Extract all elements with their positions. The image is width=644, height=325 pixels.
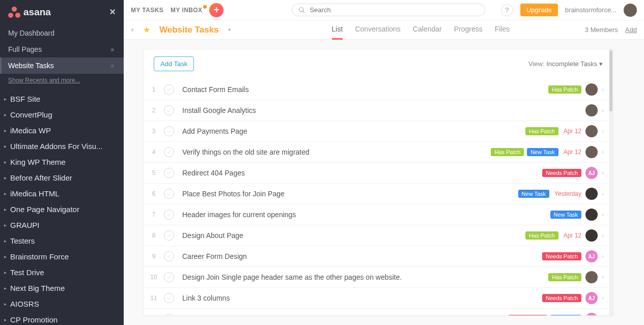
complete-checkbox[interactable]	[164, 147, 174, 157]
members-count[interactable]: 3 Members	[585, 26, 618, 34]
task-row[interactable]: 4Verify things on the old site are migra…	[144, 142, 613, 163]
tag-needs_patch[interactable]: Needs Patch	[542, 169, 581, 177]
task-row[interactable]: 6Place Best Photos for Join PageNew Task…	[144, 184, 613, 204]
sidebar-group-item[interactable]: ▸GRAUPI	[0, 217, 124, 233]
close-sidebar-icon[interactable]: ×	[109, 6, 116, 18]
complete-checkbox[interactable]	[164, 210, 174, 220]
sidebar-group-item[interactable]: ▸iMedica WP	[0, 123, 124, 138]
sidebar-recent-item[interactable]: Full Pages★	[0, 41, 124, 57]
tag-new_task[interactable]: New Task	[518, 190, 549, 198]
add-task-button[interactable]: Add Task	[154, 56, 194, 71]
tab-conversations[interactable]: Conversations	[355, 25, 401, 40]
tag-needs_patch[interactable]: Needs Patch	[508, 315, 547, 316]
chevron-right-icon[interactable]: ›	[602, 232, 604, 239]
task-row[interactable]: 3Add Payments PageHas PatchApr 12›	[144, 121, 613, 142]
scrollbar[interactable]	[609, 49, 613, 315]
complete-checkbox[interactable]	[164, 126, 174, 136]
help-button[interactable]: ?	[501, 4, 513, 16]
tab-files[interactable]: Files	[495, 25, 510, 40]
star-icon[interactable]: ★	[109, 62, 116, 70]
avatar[interactable]	[624, 4, 637, 17]
chevron-right-icon[interactable]: ›	[602, 86, 604, 93]
tag-needs_patch[interactable]: Needs Patch	[542, 294, 581, 302]
chevron-right-icon[interactable]: ›	[602, 107, 604, 114]
sidebar-group-item[interactable]: ▸Ultimate Addons For Visu...	[0, 138, 124, 154]
nav-my-tasks[interactable]: MY TASKS	[131, 7, 163, 14]
complete-checkbox[interactable]	[164, 105, 174, 115]
assignee-avatar[interactable]: AJ	[585, 167, 598, 179]
username-label[interactable]: brainstormforce...	[565, 6, 617, 14]
task-row[interactable]: 7Header images for current openingsNew T…	[144, 204, 613, 225]
tag-new_task[interactable]: New Task	[527, 148, 558, 156]
assignee-avatar[interactable]	[585, 271, 598, 283]
tag-has_patch[interactable]: Has Patch	[548, 85, 581, 94]
tag-has_patch[interactable]: Has Patch	[525, 127, 558, 135]
task-row[interactable]: 8Design About PageHas PatchApr 12›	[144, 225, 613, 246]
sidebar-group-item[interactable]: ▸BSF Site	[0, 91, 124, 107]
chevron-right-icon[interactable]: ›	[602, 149, 604, 156]
view-selector[interactable]: View: Incomplete Tasks ▾	[528, 60, 603, 68]
sidebar-my-dashboard[interactable]: My Dashboard	[0, 25, 124, 41]
sidebar-group-item[interactable]: ▸ConvertPlug	[0, 107, 124, 123]
assignee-avatar[interactable]: AJ	[585, 250, 598, 262]
chevron-down-icon[interactable]: ▾	[131, 26, 134, 34]
tag-has_patch[interactable]: Has Patch	[491, 148, 524, 156]
upgrade-button[interactable]: Upgrade	[520, 4, 558, 16]
tag-has_patch[interactable]: Has Patch	[548, 273, 581, 281]
project-dropdown-icon[interactable]: ▾	[228, 26, 231, 33]
complete-checkbox[interactable]	[164, 84, 174, 95]
search-box[interactable]	[292, 4, 485, 16]
chevron-right-icon[interactable]: ›	[602, 294, 604, 302]
chevron-right-icon[interactable]: ›	[602, 315, 604, 316]
assignee-avatar[interactable]	[585, 104, 598, 116]
assignee-avatar[interactable]	[585, 83, 598, 96]
chevron-right-icon[interactable]: ›	[602, 274, 604, 281]
tag-needs_patch[interactable]: Needs Patch	[542, 252, 581, 260]
chevron-right-icon[interactable]: ›	[602, 190, 604, 197]
assignee-avatar[interactable]	[585, 125, 598, 137]
nav-my-inbox[interactable]: MY INBOX	[171, 7, 202, 14]
sidebar-group-item[interactable]: ▸Brainstorm Force	[0, 249, 124, 264]
task-row[interactable]: 12Sendy Newsletter WidgetNeeds PatchNew …	[144, 309, 613, 316]
assignee-avatar[interactable]	[585, 209, 598, 221]
tag-has_patch[interactable]: Has Patch	[525, 231, 558, 240]
chevron-right-icon[interactable]: ›	[602, 169, 604, 176]
complete-checkbox[interactable]	[164, 251, 174, 261]
sidebar-group-item[interactable]: ▸One Page Navigator	[0, 201, 124, 217]
chevron-right-icon[interactable]: ›	[602, 253, 604, 260]
complete-checkbox[interactable]	[164, 189, 174, 199]
tag-new_task[interactable]: New Task	[550, 211, 581, 219]
chevron-right-icon[interactable]: ›	[602, 211, 604, 218]
assignee-avatar[interactable]	[585, 229, 598, 242]
task-row[interactable]: 2Install Google Analytics›	[144, 100, 613, 121]
task-row[interactable]: 1Contact Form EmailsHas Patch›	[144, 79, 613, 100]
sidebar-group-item[interactable]: ▸AIOSRS	[0, 296, 124, 312]
complete-checkbox[interactable]	[164, 168, 174, 178]
show-recents-link[interactable]: Show Recents and more...	[0, 74, 124, 91]
sidebar-group-item[interactable]: ▸Test Drive	[0, 264, 124, 280]
complete-checkbox[interactable]	[164, 230, 174, 241]
sidebar-group-item[interactable]: ▸Before After Slider	[0, 170, 124, 186]
task-row[interactable]: 10Design Join Single page header same as…	[144, 267, 613, 288]
tab-progress[interactable]: Progress	[454, 25, 483, 40]
tab-calendar[interactable]: Calendar	[413, 25, 442, 40]
complete-checkbox[interactable]	[164, 293, 174, 303]
logo[interactable]: asana	[8, 7, 51, 18]
task-row[interactable]: 11Link 3 columnsNeeds PatchAJ›	[144, 288, 613, 309]
star-icon[interactable]: ★	[143, 25, 150, 35]
sidebar-group-item[interactable]: ▸Next Big Theme	[0, 280, 124, 296]
add-member-link[interactable]: Add	[625, 26, 637, 34]
search-input[interactable]	[310, 6, 479, 14]
assignee-avatar[interactable]	[585, 146, 598, 158]
sidebar-group-item[interactable]: ▸CP Promotion	[0, 312, 124, 325]
assignee-avatar[interactable]	[585, 188, 598, 200]
assignee-avatar[interactable]: AJ	[585, 313, 598, 316]
project-title[interactable]: Website Tasks	[159, 25, 219, 35]
complete-checkbox[interactable]	[164, 272, 174, 282]
sidebar-group-item[interactable]: ▸King WP Theme	[0, 154, 124, 170]
assignee-avatar[interactable]: AJ	[585, 292, 598, 304]
sidebar-group-item[interactable]: ▸Testers	[0, 233, 124, 249]
add-button[interactable]: +	[209, 3, 223, 17]
star-icon[interactable]: ★	[109, 46, 116, 53]
tag-new_task[interactable]: New Task	[550, 315, 581, 316]
